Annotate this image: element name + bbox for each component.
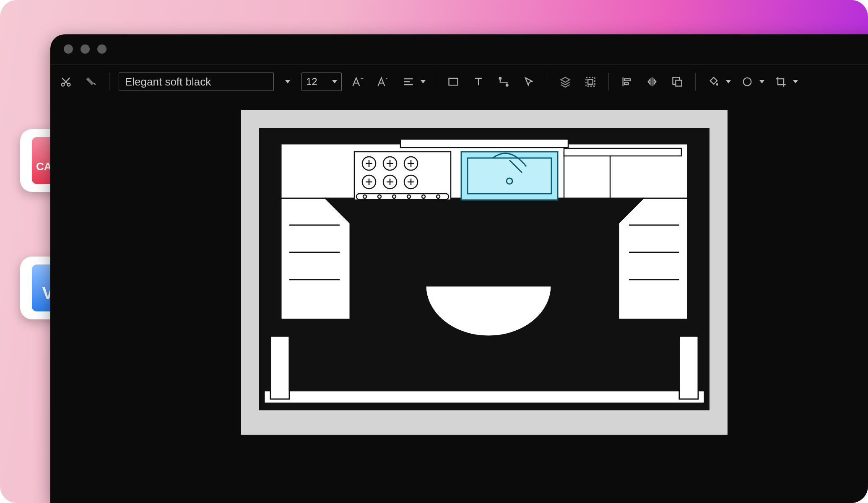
drawing-canvas[interactable] [241, 110, 728, 435]
toolbar-separator [109, 73, 109, 91]
svg-point-13 [743, 78, 751, 86]
chevron-down-icon [332, 80, 337, 83]
svg-rect-46 [400, 139, 568, 148]
theme-select-value: Elegant soft black [125, 75, 211, 88]
toolbar-separator [695, 73, 696, 91]
pointer-tool-icon[interactable] [520, 73, 538, 91]
kitchen-floor-plan [241, 110, 728, 435]
chevron-down-icon [726, 80, 731, 83]
svg-rect-12 [676, 80, 682, 86]
svg-rect-8 [588, 79, 593, 84]
flip-horizontal-icon[interactable] [643, 73, 661, 91]
font-size-value: 12 [306, 76, 317, 88]
layers-icon[interactable] [556, 73, 574, 91]
crop-dropdown[interactable] [772, 73, 798, 91]
font-size-select[interactable]: 12 [301, 73, 342, 91]
increase-font-icon[interactable]: + [349, 73, 367, 91]
format-painter-icon[interactable] [82, 73, 100, 91]
svg-point-6 [506, 84, 508, 86]
svg-rect-9 [624, 79, 630, 81]
svg-text:+: + [361, 76, 364, 82]
crop-icon [772, 73, 790, 91]
svg-rect-10 [624, 83, 628, 85]
chevron-down-icon [793, 80, 798, 83]
svg-rect-49 [679, 336, 698, 399]
svg-rect-41 [468, 158, 551, 194]
svg-rect-26 [354, 152, 451, 200]
toolbar: Elegant soft black 12 + - [50, 65, 868, 91]
svg-rect-47 [264, 391, 704, 403]
position-icon[interactable] [668, 73, 686, 91]
svg-point-1 [68, 83, 70, 86]
svg-text:-: - [386, 76, 388, 82]
cut-icon[interactable] [57, 73, 75, 91]
window-maximize-button[interactable] [97, 44, 107, 54]
svg-rect-7 [586, 78, 595, 86]
app-window: Elegant soft black 12 + - [50, 34, 868, 503]
svg-point-0 [62, 83, 65, 86]
svg-point-5 [499, 78, 502, 80]
shape-style-dropdown[interactable] [738, 73, 764, 91]
toolbar-separator [547, 73, 547, 91]
svg-rect-4 [449, 78, 458, 85]
toolbar-separator [435, 73, 435, 91]
theme-select-dropdown[interactable] [281, 73, 294, 91]
toolbar-separator [608, 73, 609, 91]
svg-rect-45 [564, 148, 681, 156]
decrease-font-icon[interactable]: - [374, 73, 392, 91]
window-close-button[interactable] [64, 44, 73, 54]
align-left-icon[interactable] [618, 73, 636, 91]
svg-rect-33 [356, 194, 449, 200]
rectangle-tool-icon[interactable] [444, 73, 462, 91]
shape-style-icon [738, 73, 756, 91]
align-dropdown[interactable] [400, 73, 426, 91]
connector-tool-icon[interactable] [495, 73, 512, 91]
svg-rect-48 [270, 336, 289, 399]
window-minimize-button[interactable] [81, 44, 90, 54]
group-icon[interactable] [582, 73, 599, 91]
align-icon [400, 73, 417, 91]
chevron-down-icon [421, 80, 426, 83]
fill-color-icon [705, 73, 722, 91]
chevron-down-icon [759, 80, 764, 83]
window-controls [50, 34, 868, 54]
fill-color-dropdown[interactable] [705, 73, 731, 91]
text-tool-icon[interactable] [470, 73, 487, 91]
theme-select[interactable]: Elegant soft black [119, 73, 274, 91]
page-background: CAD V [0, 0, 868, 503]
